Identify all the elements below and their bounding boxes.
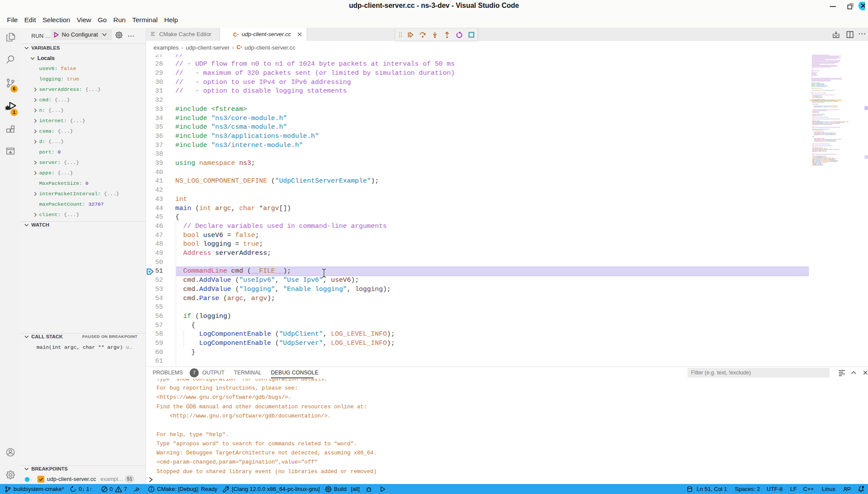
svg-text:+: + [240,45,243,49]
svg-text:+: + [237,33,239,37]
